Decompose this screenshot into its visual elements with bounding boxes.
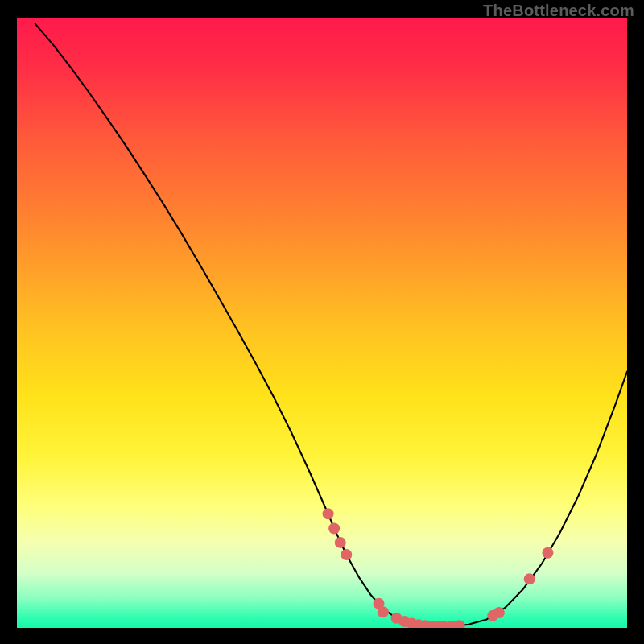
highlight-dot — [542, 547, 553, 559]
highlight-dot — [524, 573, 535, 584]
attribution-label: TheBottleneck.com — [483, 2, 634, 20]
highlight-dot — [323, 508, 334, 519]
highlight-dot — [328, 522, 340, 534]
bottleneck-chart — [17, 18, 627, 628]
highlight-dot — [341, 549, 352, 560]
chart-frame — [17, 18, 627, 628]
chart-background — [17, 18, 627, 628]
highlight-dot — [493, 607, 505, 618]
highlight-dot — [378, 606, 389, 617]
highlight-dot — [335, 537, 346, 548]
